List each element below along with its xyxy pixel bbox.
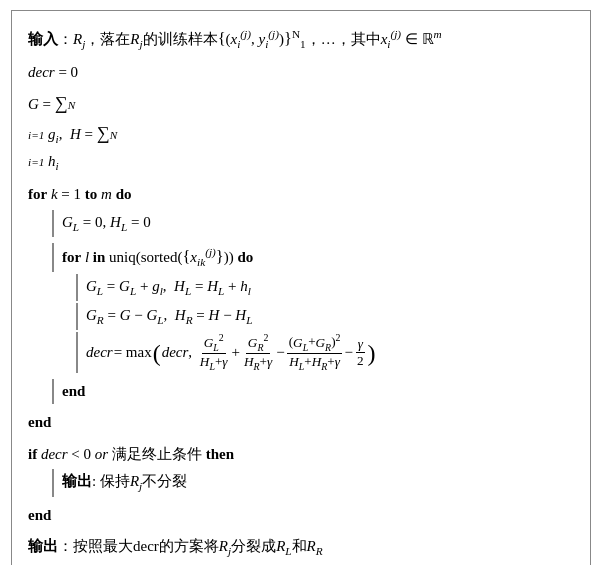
decr-max: decr = max ( decr, GL2 HL+γ + GR2 HR+γ −… — [76, 332, 376, 372]
frac-gamma: γ 2 — [355, 336, 366, 369]
decr-init: decr = 0 — [28, 60, 78, 86]
gh-sum: G = ∑Ni=1 gi, H = ∑Ni=1 hi — [28, 88, 117, 177]
gh-sum-line: G = ∑Ni=1 gi, H = ∑Ni=1 hi — [28, 88, 574, 177]
output-split: 输出：按照最大decr的方案将Rj分裂成RL和RR — [28, 534, 323, 561]
gl-hl-init: GL = 0, HL = 0 — [52, 210, 151, 237]
left-big-paren: ( — [153, 341, 161, 365]
end-outer-for-line: end — [28, 410, 574, 436]
for-k-keyword: for k = 1 to m do — [28, 182, 131, 208]
plus-sign1: + — [232, 340, 240, 366]
if-line: if decr < 0 or 满足终止条件 then — [28, 442, 574, 468]
input-line: 输入：Rj，落在Rj的训练样本{(xi(j), yi(j))}N1，…，其中xi… — [28, 25, 574, 54]
right-big-paren: ) — [368, 341, 376, 365]
decr-max-line: decr = max ( decr, GL2 HL+γ + GR2 HR+γ −… — [28, 332, 574, 372]
input-label: 输入：Rj，落在Rj的训练样本{(xi(j), yi(j))}N1，…，其中xi… — [28, 25, 442, 54]
gl-hl-init-line: GL = 0, HL = 0 — [28, 210, 574, 237]
output-keep: 输出: 保持Rj不分裂 — [52, 469, 187, 496]
frac-combined: (GL+GR)2 HL+HR+γ — [287, 332, 343, 372]
minus-sign2: − — [344, 340, 352, 366]
for-l-keyword: for l in uniq(sorted({xik(j)})) do — [52, 243, 253, 272]
gl-update: GL = GL + gl, HL = HL + hl — [76, 274, 251, 301]
for-l-line: for l in uniq(sorted({xik(j)})) do — [28, 243, 574, 272]
end-if: end — [28, 503, 51, 529]
for-k-line: for k = 1 to m do — [28, 182, 574, 208]
decr-arg1: decr, — [162, 340, 196, 366]
frac-gr2: GR2 HR+γ — [242, 332, 274, 372]
end-outer-for: end — [28, 410, 51, 436]
end-if-line: end — [28, 503, 574, 529]
decr-init-line: decr = 0 — [28, 60, 574, 86]
output-split-line: 输出：按照最大decr的方案将Rj分裂成RL和RR — [28, 534, 574, 561]
minus-sign1: − — [276, 340, 284, 366]
algorithm-box: 输入：Rj，落在Rj的训练样本{(xi(j), yi(j))}N1，…，其中xi… — [11, 10, 591, 565]
gr-hr: GR = G − GL, HR = H − HL — [76, 303, 252, 330]
frac-gl2: GL2 HL+γ — [198, 332, 230, 372]
end-inner-for: end — [52, 379, 85, 405]
if-condition: if decr < 0 or 满足终止条件 then — [28, 442, 234, 468]
output-keep-line: 输出: 保持Rj不分裂 — [28, 469, 574, 496]
gl-update-line: GL = GL + gl, HL = HL + hl — [28, 274, 574, 301]
end-inner-for-line: end — [28, 379, 574, 405]
gr-hr-line: GR = G − GL, HR = H − HL — [28, 303, 574, 330]
